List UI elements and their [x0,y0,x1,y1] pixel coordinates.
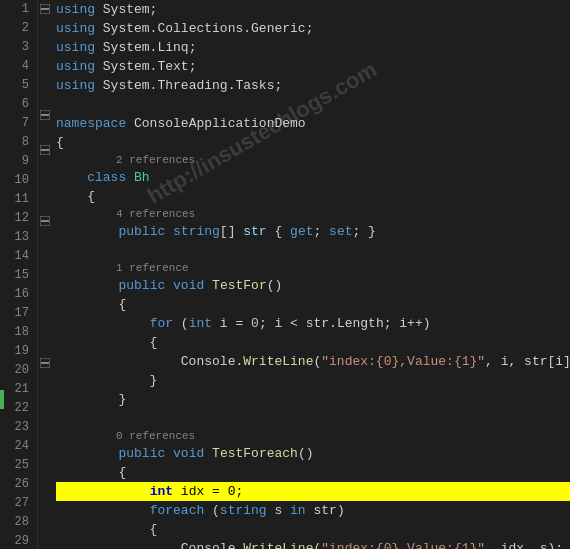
code-line: foreach (string s in str) [56,501,570,520]
token-kw: void [173,278,204,293]
line-number: 15 [15,266,29,285]
line-number: 13 [15,228,29,247]
svg-rect-4 [41,149,49,151]
token-plain [56,224,118,239]
token-plain: , idx, s); [485,541,563,549]
code-line: using System.Threading.Tasks; [56,76,570,95]
collapse-button[interactable] [38,212,52,230]
line-number: 2 [22,19,29,38]
token-plain [126,170,134,185]
token-plain: idx = [173,484,228,499]
code-line: using System.Text; [56,57,570,76]
token-plain [165,278,173,293]
token-plain [165,446,173,461]
token-plain: System.Threading.Tasks; [95,78,282,93]
token-plain [204,446,212,461]
collapse-button[interactable] [38,354,52,372]
token-kw: int [189,316,212,331]
token-kw: public [118,278,165,293]
reference-hint: 2 references [56,152,570,168]
code-line: Console.WriteLine("index:{0},Value:{1}",… [56,539,570,549]
token-kw: namespace [56,116,126,131]
reference-hint: 1 reference [56,260,570,276]
token-plain: ; [313,224,329,239]
token-plain: { [267,224,290,239]
code-line: public void TestForeach() [56,444,570,463]
token-plain: } [56,373,157,388]
code-line: using System; [56,0,570,19]
line-number: 17 [15,304,29,323]
token-kw: public [118,446,165,461]
line-number: 10 [15,171,29,190]
line-number: 25 [15,456,29,475]
line-number: 4 [22,57,29,76]
code-line: class Bh [56,168,570,187]
token-plain: ; } [353,224,376,239]
token-plain: { [56,297,126,312]
token-kw: int [150,484,173,499]
line-number: 11 [15,190,29,209]
token-plain [56,484,150,499]
token-kw: using [56,21,95,36]
token-plain: ; i < str.Length; i++) [259,316,431,331]
code-line: } [56,371,570,390]
token-kw: in [290,503,306,518]
collapse-button[interactable] [38,106,52,124]
token-plain: () [267,278,283,293]
line-numbers: 1234567891011121314151617181920212223242… [0,0,38,549]
token-plain [165,224,173,239]
code-line: namespace ConsoleApplicationDemo [56,114,570,133]
token-plain: System; [95,2,157,17]
collapse-gutter[interactable] [38,0,52,549]
token-plain: ( [204,503,220,518]
collapse-button[interactable] [38,142,52,160]
token-kw: using [56,78,95,93]
line-number: 6 [22,95,29,114]
token-kw: using [56,40,95,55]
token-str: "index:{0},Value:{1}" [321,354,485,369]
svg-rect-6 [41,220,49,222]
token-plain: { [56,135,64,150]
code-line [56,409,570,428]
token-plain [56,316,150,331]
token-kw: for [150,316,173,331]
line-number: 20 [15,361,29,380]
code-line: { [56,295,570,314]
token-kw: class [87,170,126,185]
code-editor: 1234567891011121314151617181920212223242… [0,0,570,549]
code-line: int idx = 0; [56,482,570,501]
line-number: 29 [15,532,29,549]
token-plain: , i, str[i]); [485,354,570,369]
token-kw: public [118,224,165,239]
token-plain: Console. [56,354,243,369]
token-type: Bh [134,170,150,185]
line-number: 18 [15,323,29,342]
token-plain: s [267,503,290,518]
line-number: 3 [22,38,29,57]
svg-rect-2 [41,114,49,116]
token-kw: using [56,59,95,74]
line-number: 9 [22,152,29,171]
svg-rect-8 [41,362,49,364]
code-area: http://insustechlogs.com using System;us… [52,0,570,549]
token-method: WriteLine [243,354,313,369]
line-number: 8 [22,133,29,152]
token-plain: ConsoleApplicationDemo [126,116,305,131]
line-number: 14 [15,247,29,266]
code-line: using System.Linq; [56,38,570,57]
code-line: { [56,187,570,206]
collapse-button[interactable] [38,0,52,18]
token-plain: () [298,446,314,461]
reference-hint: 4 references [56,206,570,222]
token-plain: System.Text; [95,59,196,74]
line-number: 1 [22,0,29,19]
token-plain [56,278,118,293]
line-number: 12 [15,209,29,228]
code-line: public string[] str { get; set; } [56,222,570,241]
token-plain: { [56,189,95,204]
token-plain: } [56,392,126,407]
token-method: TestForeach [212,446,298,461]
line-number: 28 [15,513,29,532]
token-plain: [] [220,224,243,239]
code-line: { [56,133,570,152]
